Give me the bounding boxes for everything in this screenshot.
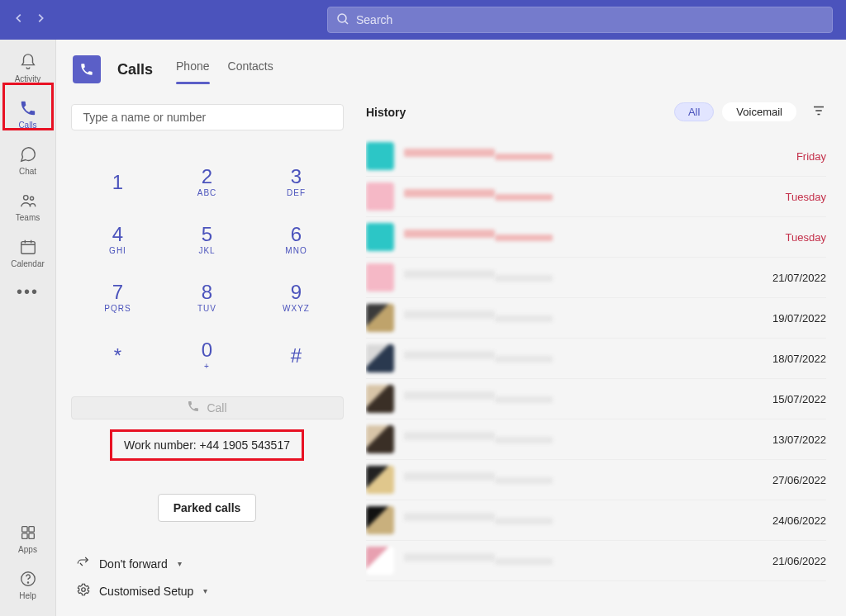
caller-sub-redacted (495, 275, 553, 282)
call-time: 13/07/2022 (772, 434, 826, 446)
tab-phone[interactable]: Phone (176, 54, 209, 84)
parked-calls-button[interactable]: Parked calls (158, 494, 257, 522)
keypad-5[interactable]: 5JKL (163, 211, 252, 269)
avatar (366, 263, 394, 291)
history-item[interactable]: Friday (366, 136, 826, 177)
caller-name-redacted (404, 189, 495, 197)
chat-icon (19, 145, 37, 165)
keypad-sublabel: WXYZ (283, 304, 310, 313)
keypad-sublabel: ABC (197, 188, 217, 197)
phone-icon (187, 400, 200, 415)
svg-point-10 (82, 588, 86, 592)
history-item[interactable]: 18/07/2022 (366, 339, 826, 379)
page-header: Calls Phone Contacts (56, 40, 846, 84)
dial-panel: Type a name or number 12ABC3DEF4GHI5JKL6… (56, 84, 358, 616)
history-item[interactable]: 13/07/2022 (366, 419, 826, 460)
caller-name-redacted (404, 351, 495, 359)
keypad-digit: 2 (202, 167, 212, 187)
caller-name-redacted (404, 553, 495, 562)
keypad-*[interactable]: * (74, 327, 163, 385)
history-title: History (366, 106, 406, 119)
svg-rect-5 (28, 526, 33, 531)
keypad-2[interactable]: 2ABC (163, 154, 252, 211)
keypad-digit: # (291, 346, 302, 366)
keypad-1[interactable]: 1 (74, 154, 163, 211)
keypad-digit: 9 (291, 282, 302, 302)
keypad-sublabel: DEF (287, 188, 306, 197)
caller-name-redacted (404, 513, 495, 521)
keypad-9[interactable]: 9WXYZ (252, 269, 341, 327)
caller-name-redacted (404, 310, 495, 319)
call-info (404, 472, 766, 487)
svg-point-2 (30, 197, 33, 200)
page-title: Calls (117, 61, 153, 78)
keypad-8[interactable]: 8TUV (163, 269, 252, 327)
history-item[interactable]: Tuesday (366, 217, 826, 258)
caller-name-redacted (404, 149, 495, 157)
call-info (404, 310, 766, 325)
avatar (366, 304, 394, 332)
history-item[interactable]: 24/06/2022 (366, 500, 826, 541)
caller-sub-redacted (495, 315, 553, 322)
dial-input[interactable]: Type a name or number (71, 104, 344, 130)
title-bar: Search (0, 0, 846, 40)
keypad-7[interactable]: 7PQRS (74, 269, 163, 327)
keypad-digit: 8 (202, 282, 212, 302)
history-item[interactable]: 15/07/2022 (366, 379, 826, 419)
caller-name-redacted (404, 230, 495, 238)
call-info (404, 270, 766, 285)
avatar (366, 547, 394, 575)
rail-activity[interactable]: Activity (5, 46, 51, 89)
filter-all[interactable]: All (674, 102, 714, 121)
caller-sub-redacted (495, 235, 553, 241)
avatar (366, 142, 394, 170)
customised-setup[interactable]: Customised Setup ▾ (76, 582, 207, 599)
search-input[interactable]: Search (327, 7, 833, 33)
avatar (366, 385, 394, 413)
nav-back-button[interactable] (13, 12, 25, 27)
keypad-digit: 7 (112, 282, 123, 302)
svg-point-9 (27, 582, 28, 583)
history-item[interactable]: 21/07/2022 (366, 258, 826, 298)
call-info (404, 230, 779, 244)
filter-voicemail[interactable]: Voicemail (722, 102, 796, 121)
rail-chat[interactable]: Chat (5, 139, 51, 182)
caller-name-redacted (404, 270, 495, 278)
history-panel: History All Voicemail FridayTuesdayTuesd… (358, 84, 846, 616)
rail-apps[interactable]: Apps (5, 517, 51, 560)
keypad-6[interactable]: 6MNO (252, 211, 341, 269)
history-item[interactable]: 21/06/2022 (366, 541, 826, 581)
rail-more[interactable]: ••• (17, 282, 39, 301)
rail-help[interactable]: Help (5, 563, 51, 606)
history-item[interactable]: 27/06/2022 (366, 460, 826, 500)
rail-teams[interactable]: Teams (5, 185, 51, 228)
keypad-digit: 4 (112, 225, 123, 244)
keypad-sublabel: JKL (198, 246, 215, 255)
filter-icon[interactable] (811, 103, 826, 121)
svg-rect-6 (21, 533, 26, 538)
forward-setting[interactable]: Don't forward ▾ (76, 555, 207, 572)
keypad-digit: 5 (202, 225, 212, 244)
rail-calendar[interactable]: Calendar (5, 231, 51, 274)
keypad-4[interactable]: 4GHI (74, 211, 163, 269)
keypad-0[interactable]: 0+ (163, 327, 252, 385)
history-item[interactable]: 19/07/2022 (366, 298, 826, 339)
keypad-3[interactable]: 3DEF (252, 154, 341, 211)
search-icon (336, 12, 349, 28)
caller-name-redacted (404, 432, 495, 440)
keypad-digit: 6 (291, 225, 302, 244)
help-icon (19, 570, 37, 590)
call-info (404, 513, 766, 528)
call-button[interactable]: Call (71, 396, 344, 419)
svg-rect-3 (21, 241, 35, 254)
keypad-#[interactable]: # (252, 327, 341, 385)
rail-calls[interactable]: Calls (5, 92, 51, 135)
caller-sub-redacted (495, 518, 553, 524)
call-time: 19/07/2022 (772, 312, 826, 325)
work-number: Work number: +44 1905 543517 (110, 429, 304, 461)
caller-name-redacted (404, 391, 495, 400)
tab-contacts[interactable]: Contacts (228, 54, 273, 84)
nav-forward-button[interactable] (35, 12, 46, 27)
history-item[interactable]: Tuesday (366, 177, 826, 217)
keypad-digit: * (114, 346, 121, 366)
